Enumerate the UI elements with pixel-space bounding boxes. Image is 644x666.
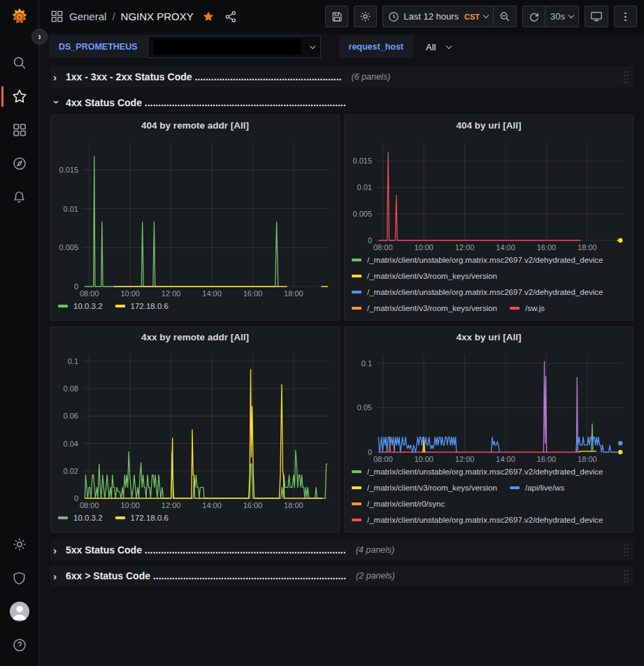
row-drag-handle[interactable]: [622, 70, 629, 84]
series-point: [618, 441, 622, 445]
svg-text:12:00: 12:00: [455, 243, 475, 252]
refresh-interval-picker[interactable]: 30s: [545, 6, 579, 27]
legend-item[interactable]: /_matrix/client/unstable/org.matrix.msc2…: [352, 512, 603, 528]
dashboard-title[interactable]: NGINX PROXY: [121, 10, 194, 22]
time-range-picker[interactable]: Last 12 hours CST: [382, 6, 494, 27]
sidebar-expand-button[interactable]: ›: [31, 29, 48, 45]
legend-item[interactable]: /_matrix/client/v3/room_keys/version: [352, 300, 497, 316]
row-title: 6xx > Status Code ......................…: [66, 570, 346, 581]
zoom-out-time-button[interactable]: [494, 6, 517, 27]
row-header-4xx[interactable]: › 4xx Status Code ......................…: [50, 92, 634, 113]
legend-item[interactable]: /_matrix/client/unstable/org.matrix.msc2…: [352, 252, 603, 268]
sidebar-item-search[interactable]: [0, 46, 39, 80]
shield-icon: [12, 571, 27, 586]
share-icon[interactable]: [224, 10, 237, 23]
row-header-1xx-3xx-2xx[interactable]: › 1xx - 3xx - 2xx Status Code ..........…: [50, 66, 634, 87]
sidebar-item-starred[interactable]: [0, 80, 39, 113]
sidebar-item-alerting[interactable]: [0, 180, 39, 214]
sidebar-item-server-admin[interactable]: [0, 561, 39, 595]
datasource-variable-label[interactable]: DS_PROMETHEUS: [49, 36, 148, 58]
save-dashboard-button[interactable]: [325, 6, 348, 27]
series-line: [423, 437, 596, 452]
svg-text:0: 0: [368, 236, 372, 245]
breadcrumb-separator: /: [112, 10, 115, 22]
svg-text:0.02: 0.02: [64, 467, 78, 475]
svg-text:18:00: 18:00: [578, 455, 597, 463]
chevron-right-icon: ›: [38, 31, 41, 42]
grafana-logo[interactable]: [9, 7, 30, 28]
breadcrumb-section[interactable]: General: [69, 10, 106, 22]
kebab-menu-button[interactable]: [614, 6, 637, 27]
panel-title[interactable]: 4xx by uri [All]: [350, 327, 627, 347]
timeseries-chart[interactable]: 08:0010:0012:0014:0016:0018:0000.020.040…: [57, 347, 334, 509]
refresh-icon: [529, 11, 540, 22]
legend-item[interactable]: /_matrix/client/unstable/org.matrix.msc2…: [352, 284, 603, 300]
legend-label: /_matrix/client/v3/room_keys/version: [367, 272, 497, 280]
legend-label: /_matrix/client/unstable/org.matrix.msc2…: [367, 516, 603, 524]
row-header-5xx[interactable]: › 5xx Status Code ......................…: [50, 540, 634, 560]
legend-swatch: [352, 291, 362, 294]
legend-item[interactable]: /_matrix/client/r0/sync: [352, 495, 445, 512]
row-drag-handle[interactable]: [622, 569, 629, 583]
panel-legend: 10.0.3.2172.18.0.6: [57, 509, 334, 528]
legend-item[interactable]: 10.0.3.2: [58, 298, 103, 314]
datasource-variable-dropdown[interactable]: [148, 36, 321, 58]
panel-4xx-by-remote-addr: 4xx by remote addr [All] 08:0010:0012:00…: [50, 326, 340, 533]
legend-swatch: [352, 470, 362, 473]
timeseries-chart[interactable]: 08:0010:0012:0014:0016:0018:0000.050.1: [350, 347, 627, 463]
legend-item[interactable]: /_matrix/client/v3/room_keys/version: [352, 479, 497, 495]
legend-swatch: [352, 259, 362, 261]
row-title: 1xx - 3xx - 2xx Status Code ............…: [66, 71, 341, 82]
row-panel-count: (2 panels): [356, 571, 395, 581]
request-host-variable-label[interactable]: request_host: [339, 36, 414, 58]
sidebar: [0, 0, 39, 666]
series-line: [378, 437, 580, 452]
panel-title[interactable]: 404 by remote addr [All]: [57, 115, 334, 136]
avatar: [10, 602, 29, 621]
legend-item[interactable]: /api/live/ws: [510, 479, 564, 495]
panel-legend: /_matrix/client/unstable/org.matrix.msc2…: [350, 252, 627, 316]
magnifier-minus-icon: [499, 11, 510, 22]
legend-swatch: [352, 486, 362, 489]
dashboard-settings-button[interactable]: [354, 6, 377, 27]
legend-swatch: [352, 307, 362, 310]
sidebar-item-explore[interactable]: [0, 147, 39, 180]
sidebar-item-dashboards[interactable]: [0, 113, 39, 147]
panel-legend: 10.0.3.2172.18.0.6: [57, 298, 334, 316]
chevron-down-icon: [483, 13, 489, 18]
request-host-variable-dropdown[interactable]: All: [420, 36, 457, 58]
refresh-dashboard-button[interactable]: [522, 6, 545, 27]
panel-legend: /_matrix/client/unstable/org.matrix.msc2…: [350, 463, 627, 528]
legend-item[interactable]: 172.18.0.6: [115, 509, 169, 526]
svg-text:0.1: 0.1: [68, 357, 78, 365]
dashboard-grid-icon[interactable]: [50, 10, 64, 23]
legend-swatch: [510, 307, 520, 310]
sidebar-item-profile[interactable]: [0, 595, 39, 628]
legend-item[interactable]: 172.18.0.6: [115, 298, 169, 314]
gear-icon: [359, 10, 371, 22]
series-line: [85, 450, 327, 498]
legend-label: /_matrix/client/v3/room_keys/version: [367, 304, 497, 312]
cycle-view-mode-button[interactable]: [585, 6, 608, 27]
legend-item[interactable]: /_matrix/client/unstable/org.matrix.msc2…: [352, 463, 603, 479]
svg-text:0.015: 0.015: [59, 166, 78, 174]
sidebar-item-configuration[interactable]: [0, 528, 39, 561]
panel-title[interactable]: 4xx by remote addr [All]: [57, 327, 334, 347]
panel-title[interactable]: 404 by uri [All]: [350, 115, 627, 136]
legend-item[interactable]: /_matrix/client/v3/room_keys/version: [352, 268, 497, 284]
legend-swatch: [352, 502, 362, 505]
row-drag-handle[interactable]: [622, 543, 629, 557]
dashboard-canvas: › 1xx - 3xx - 2xx Status Code ..........…: [39, 61, 644, 666]
favorite-star-icon[interactable]: [202, 10, 215, 23]
svg-text:16:00: 16:00: [537, 243, 557, 252]
chevron-down-icon: ›: [51, 100, 63, 107]
legend-item[interactable]: 10.0.3.2: [58, 509, 103, 526]
bell-icon: [12, 190, 27, 205]
row-header-6xx[interactable]: › 6xx > Status Code ....................…: [50, 565, 634, 586]
series-line: [378, 437, 619, 452]
legend-item[interactable]: /sw.js: [510, 300, 545, 316]
timeseries-chart[interactable]: 08:0010:0012:0014:0016:0018:0000.0050.01…: [57, 136, 334, 298]
timeseries-chart[interactable]: 08:0010:0012:0014:0016:0018:0000.0050.01…: [350, 136, 627, 252]
sidebar-item-help[interactable]: [0, 628, 39, 662]
panel-404-by-uri: 404 by uri [All] 08:0010:0012:0014:0016:…: [344, 115, 634, 321]
